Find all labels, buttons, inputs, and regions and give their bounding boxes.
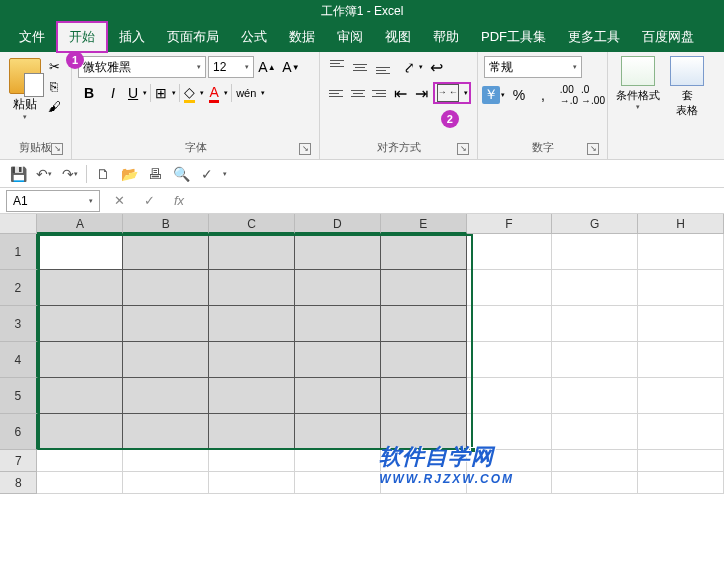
cell[interactable]	[467, 472, 553, 494]
cell[interactable]	[38, 378, 124, 414]
cell[interactable]	[552, 414, 638, 450]
phonetic-button[interactable]: wén	[234, 82, 266, 104]
cell[interactable]	[381, 450, 467, 472]
cancel-formula-button[interactable]: ✕	[108, 190, 130, 212]
accounting-format-button[interactable]: ￥	[484, 84, 506, 106]
cell[interactable]	[295, 414, 381, 450]
cell[interactable]	[295, 378, 381, 414]
cell[interactable]	[38, 342, 124, 378]
bold-button[interactable]: B	[78, 82, 100, 104]
cell[interactable]	[638, 472, 724, 494]
col-header-b[interactable]: B	[123, 214, 209, 234]
cell[interactable]	[552, 270, 638, 306]
cell[interactable]	[123, 472, 209, 494]
cell[interactable]	[638, 414, 724, 450]
copy-button[interactable]: ⎘	[44, 76, 64, 96]
cell[interactable]	[209, 472, 295, 494]
increase-font-button[interactable]: A▲	[256, 56, 278, 78]
col-header-d[interactable]: D	[295, 214, 381, 234]
cell[interactable]	[295, 342, 381, 378]
cell[interactable]	[638, 378, 724, 414]
cell[interactable]	[381, 234, 467, 270]
select-all-corner[interactable]	[0, 214, 37, 234]
row-header-7[interactable]: 7	[0, 450, 37, 472]
cell[interactable]	[123, 414, 209, 450]
orientation-button[interactable]: ⤤	[402, 56, 424, 78]
menu-help[interactable]: 帮助	[422, 23, 470, 51]
cell[interactable]	[638, 270, 724, 306]
cell[interactable]	[209, 450, 295, 472]
menu-pdf-tools[interactable]: PDF工具集	[470, 23, 557, 51]
cell[interactable]	[123, 306, 209, 342]
row-header-8[interactable]: 8	[0, 472, 37, 494]
wrap-text-button[interactable]: ↩	[425, 56, 447, 78]
cell[interactable]	[209, 414, 295, 450]
cell[interactable]	[638, 306, 724, 342]
align-middle-button[interactable]	[349, 56, 371, 78]
row-header-2[interactable]: 2	[0, 270, 38, 306]
cell[interactable]	[123, 378, 209, 414]
spelling-button[interactable]: ✓	[197, 164, 217, 184]
formula-bar[interactable]	[190, 190, 724, 212]
format-painter-button[interactable]: 🖌	[44, 96, 64, 116]
cell[interactable]	[467, 414, 553, 450]
menu-data[interactable]: 数据	[278, 23, 326, 51]
menu-more-tools[interactable]: 更多工具	[557, 23, 631, 51]
cell[interactable]	[38, 270, 124, 306]
cell[interactable]	[381, 472, 467, 494]
row-header-4[interactable]: 4	[0, 342, 38, 378]
conditional-format-button[interactable]: 条件格式▾	[616, 56, 660, 118]
new-button[interactable]: 🗋	[93, 164, 113, 184]
font-color-button[interactable]: A	[207, 82, 229, 104]
save-button[interactable]: 💾	[8, 164, 28, 184]
row-header-5[interactable]: 5	[0, 378, 38, 414]
undo-button[interactable]: ↶▾	[34, 164, 54, 184]
cell[interactable]	[381, 414, 467, 450]
menu-review[interactable]: 审阅	[326, 23, 374, 51]
enter-formula-button[interactable]: ✓	[138, 190, 160, 212]
font-launcher[interactable]: ↘	[299, 143, 311, 155]
qat-customize[interactable]: ▾	[223, 170, 227, 178]
align-right-button[interactable]	[369, 82, 389, 104]
cell[interactable]	[295, 450, 381, 472]
cell[interactable]	[209, 306, 295, 342]
quick-print-button[interactable]: 🖶	[145, 164, 165, 184]
menu-view[interactable]: 视图	[374, 23, 422, 51]
cell[interactable]	[209, 234, 295, 270]
cell[interactable]	[552, 450, 638, 472]
decrease-font-button[interactable]: A▼	[280, 56, 302, 78]
cell[interactable]	[123, 342, 209, 378]
cell[interactable]	[123, 234, 209, 270]
cell[interactable]	[209, 378, 295, 414]
alignment-launcher[interactable]: ↘	[457, 143, 469, 155]
cell[interactable]	[381, 270, 467, 306]
row-header-6[interactable]: 6	[0, 414, 38, 450]
cell[interactable]	[295, 472, 381, 494]
cell[interactable]	[38, 234, 124, 270]
align-top-button[interactable]	[326, 56, 348, 78]
cut-button[interactable]: ✂	[44, 56, 64, 76]
name-box[interactable]: A1▾	[6, 190, 100, 212]
cell[interactable]	[467, 342, 553, 378]
cell[interactable]	[467, 234, 553, 270]
decrease-indent-button[interactable]: ⇤	[390, 82, 410, 104]
redo-button[interactable]: ↷▾	[60, 164, 80, 184]
menu-insert[interactable]: 插入	[108, 23, 156, 51]
cell[interactable]	[467, 306, 553, 342]
col-header-a[interactable]: A	[37, 214, 123, 234]
cell[interactable]	[37, 472, 123, 494]
cell[interactable]	[381, 306, 467, 342]
menu-page-layout[interactable]: 页面布局	[156, 23, 230, 51]
cell[interactable]	[552, 234, 638, 270]
cell[interactable]	[381, 378, 467, 414]
cell[interactable]	[552, 472, 638, 494]
format-as-table-button[interactable]: 套 表格	[670, 56, 704, 118]
cell[interactable]	[209, 270, 295, 306]
number-format-select[interactable]: 常规▾	[484, 56, 582, 78]
clipboard-launcher[interactable]: ↘	[51, 143, 63, 155]
print-preview-button[interactable]: 🔍	[171, 164, 191, 184]
cell[interactable]	[209, 342, 295, 378]
increase-indent-button[interactable]: ⇥	[411, 82, 431, 104]
align-bottom-button[interactable]	[372, 56, 394, 78]
italic-button[interactable]: I	[102, 82, 124, 104]
